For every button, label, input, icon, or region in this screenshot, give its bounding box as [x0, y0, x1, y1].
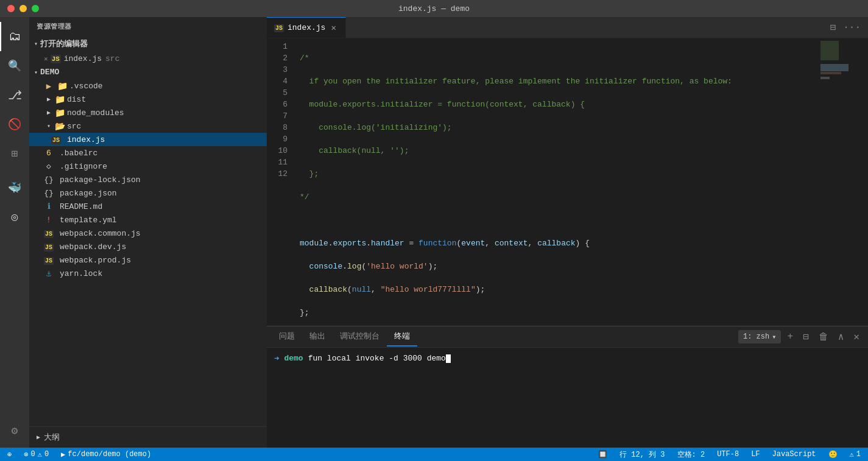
- tree-item-index-js[interactable]: JS index.js: [29, 133, 267, 146]
- tree-item-webpack-common[interactable]: JS webpack.common.js: [29, 227, 267, 240]
- status-spaces[interactable]: 空格: 2: [675, 448, 708, 461]
- json-icon-pkg-lock: {}: [44, 175, 54, 185]
- titlebar: index.js — demo: [0, 0, 868, 17]
- status-notifications[interactable]: ⚠ 1: [847, 448, 863, 461]
- panel-content[interactable]: ➜ demo fun local invoke -d 3000 demo: [267, 348, 868, 448]
- activity-git[interactable]: ⎇: [0, 80, 29, 110]
- terminal-command: fun local invoke -d 3000 demo: [308, 353, 451, 365]
- tree-item-babelrc[interactable]: 6 .babelrc: [29, 146, 267, 160]
- split-editor-button[interactable]: ⊟: [828, 20, 839, 35]
- tree-item-vscode[interactable]: ▶ 📁 .vscode: [29, 79, 267, 93]
- smiley-icon: 🙂: [828, 450, 838, 459]
- panel-actions: 1: zsh ▾ + ⊟ 🗑 ∧ ✕: [738, 329, 863, 344]
- tree-item-package-json[interactable]: {} package.json: [29, 186, 267, 200]
- tab-label: index.js: [288, 23, 325, 32]
- git-file-icon: ◇: [44, 161, 54, 171]
- chevron-down-icon-3: ▾: [44, 122, 54, 130]
- terminal-line: ➜ demo fun local invoke -d 3000 demo: [274, 353, 861, 365]
- branch-icon: ▶: [61, 450, 65, 459]
- window-title: index.js — demo: [398, 4, 470, 13]
- status-feedback[interactable]: 🔲: [596, 448, 610, 461]
- settings-icon: ⚙: [12, 424, 18, 437]
- minimap: [819, 38, 868, 326]
- close-dot[interactable]: [7, 5, 15, 12]
- file-package-json-label: package.json: [60, 189, 117, 198]
- code-editor[interactable]: 12345 678910 1112 /* if you open the ini…: [267, 38, 819, 326]
- tree-item-dist[interactable]: ▶ 📁 dist: [29, 93, 267, 106]
- sidebar: 资源管理器 ▾ 打开的编辑器 ✕ JS index.js src ▾ DEMO …: [29, 17, 267, 448]
- file-yarn-lock-label: yarn.lock: [60, 269, 102, 278]
- folder-node-label: node_modules: [67, 108, 124, 118]
- babel-icon: 6: [44, 149, 54, 158]
- file-webpack-prod-label: webpack.prod.js: [60, 256, 131, 265]
- status-eol[interactable]: LF: [749, 448, 762, 461]
- tree-item-gitignore[interactable]: ◇ .gitignore: [29, 160, 267, 173]
- open-editors-label: 打开的编辑器: [40, 38, 88, 49]
- panel-tab-terminal[interactable]: 终端: [387, 327, 417, 347]
- file-gitignore-label: .gitignore: [60, 162, 107, 171]
- outline-chevron-icon: ▶: [37, 434, 40, 441]
- tree-item-template-yml[interactable]: ! template.yml: [29, 213, 267, 227]
- status-remote[interactable]: ⊕: [5, 448, 14, 461]
- minimize-dot[interactable]: [19, 5, 27, 12]
- panel-trash-button[interactable]: 🗑: [815, 330, 832, 344]
- encoding-label: UTF-8: [717, 450, 739, 459]
- js-file-icon: JS: [51, 54, 60, 63]
- panel-area: 问题 输出 调试控制台 终端 1: zsh ▾ + ⊟: [267, 326, 868, 448]
- panel-tab-output[interactable]: 输出: [302, 327, 333, 347]
- status-encoding[interactable]: UTF-8: [715, 448, 741, 461]
- tree-item-readme[interactable]: ℹ README.md: [29, 200, 267, 213]
- status-language[interactable]: JavaScript: [770, 448, 819, 461]
- panel-tab-debug[interactable]: 调试控制台: [333, 327, 387, 347]
- activity-remote[interactable]: ◎: [0, 202, 29, 231]
- folder-node-icon: 📁: [55, 108, 65, 118]
- outline-section[interactable]: ▶ 大纲: [29, 426, 267, 448]
- terminal-user: demo: [284, 353, 303, 365]
- demo-section[interactable]: ▾ DEMO: [29, 65, 267, 79]
- file-index-js-label: index.js: [67, 135, 105, 144]
- editor-area: JS index.js ✕ ⊟ ··· 12345 678910 1112 /*…: [267, 17, 868, 448]
- status-smiley[interactable]: 🙂: [826, 448, 840, 461]
- status-branch[interactable]: ▶ fc/demo/demo (demo): [58, 448, 153, 461]
- panel-tab-terminal-label: 终端: [394, 332, 410, 341]
- open-file-index-js[interactable]: ✕ JS index.js src: [29, 52, 267, 65]
- status-cursor[interactable]: 行 12, 列 3: [617, 448, 667, 461]
- file-close-icon[interactable]: ✕: [44, 55, 48, 63]
- tree-item-package-lock[interactable]: {} package-lock.json: [29, 173, 267, 186]
- file-webpack-dev-label: webpack.dev.js: [60, 242, 126, 252]
- tree-item-node-modules[interactable]: ▶ 📁 node_modules: [29, 106, 267, 119]
- activity-extensions[interactable]: ⊞: [0, 139, 29, 168]
- file-template-yml-label: template.yml: [60, 216, 117, 225]
- maximize-dot[interactable]: [32, 5, 39, 12]
- tab-index-js[interactable]: JS index.js ✕: [267, 17, 346, 38]
- activity-explorer[interactable]: 🗂: [0, 22, 29, 51]
- tree-item-webpack-dev[interactable]: JS webpack.dev.js: [29, 240, 267, 253]
- panel-close-button[interactable]: ✕: [850, 329, 863, 344]
- tree-item-webpack-prod[interactable]: JS webpack.prod.js: [29, 253, 267, 267]
- open-editors-section[interactable]: ▾ 打开的编辑器: [29, 36, 267, 52]
- folder-src-label: src: [67, 122, 81, 131]
- activity-debug[interactable]: 🚫: [0, 110, 29, 139]
- language-label: JavaScript: [772, 450, 816, 459]
- activity-settings[interactable]: ⚙: [0, 418, 29, 448]
- activity-search[interactable]: 🔍: [0, 51, 29, 80]
- demo-label: DEMO: [40, 68, 59, 77]
- branch-label: fc/demo/demo (demo): [68, 450, 151, 459]
- feedback-icon: 🔲: [598, 450, 607, 459]
- more-actions-button[interactable]: ···: [841, 21, 863, 34]
- tab-close-button[interactable]: ✕: [329, 22, 337, 33]
- error-icon: ⊗: [24, 450, 28, 459]
- panel-add-button[interactable]: +: [783, 330, 797, 343]
- terminal-cursor: [446, 354, 451, 363]
- panel-maximize-button[interactable]: ∧: [834, 329, 848, 344]
- activity-docker[interactable]: 🐳: [0, 173, 29, 202]
- status-errors[interactable]: ⊗ 0 ⚠ 0: [21, 448, 51, 461]
- terminal-selector[interactable]: 1: zsh ▾: [738, 330, 781, 343]
- panel-tab-problems[interactable]: 问题: [272, 327, 302, 347]
- status-bar: ⊕ ⊗ 0 ⚠ 0 ▶ fc/demo/demo (demo) 🔲 行 12, …: [0, 448, 868, 461]
- panel-split-button[interactable]: ⊟: [799, 329, 813, 344]
- code-content[interactable]: /* if you open the initializer feature, …: [297, 38, 819, 326]
- md-icon: ℹ: [44, 202, 54, 211]
- tree-item-yarn-lock[interactable]: ⚓ yarn.lock: [29, 267, 267, 280]
- tree-item-src[interactable]: ▾ 📂 src: [29, 119, 267, 133]
